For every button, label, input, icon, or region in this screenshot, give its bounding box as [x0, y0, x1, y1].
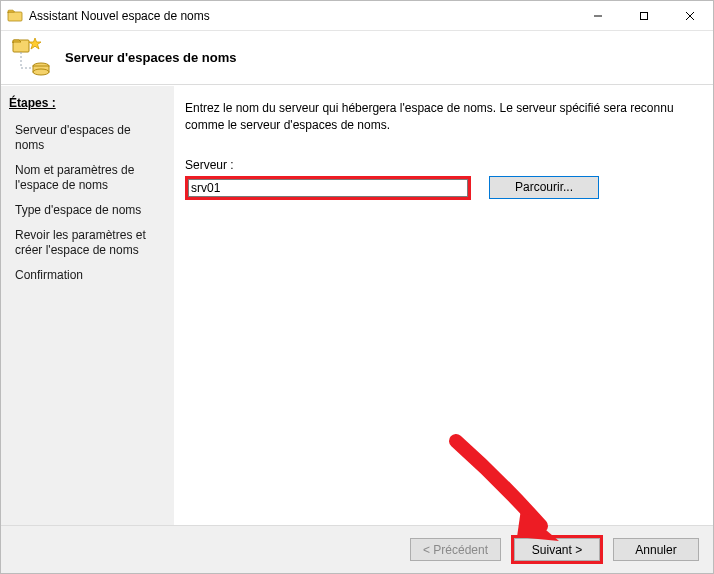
steps-list: Serveur d'espaces de noms Nom et paramèt…: [9, 118, 166, 288]
svg-rect-0: [8, 12, 22, 21]
window-controls: [575, 1, 713, 30]
server-input-highlight: [185, 176, 471, 200]
maximize-button[interactable]: [621, 1, 667, 30]
page-title: Serveur d'espaces de noms: [65, 50, 236, 65]
server-input[interactable]: [188, 179, 468, 197]
wizard-footer: < Précédent Suivant > Annuler: [1, 525, 713, 573]
server-field-block: Serveur : Parcourir...: [185, 158, 693, 200]
step-name-settings[interactable]: Nom et paramètres de l'espace de noms: [9, 158, 166, 198]
app-folder-icon: [7, 8, 23, 24]
window-title: Assistant Nouvel espace de noms: [29, 9, 210, 23]
minimize-button[interactable]: [575, 1, 621, 30]
wizard-content: Entrez le nom du serveur qui hébergera l…: [175, 86, 713, 525]
next-button-highlight: Suivant >: [511, 535, 603, 564]
previous-button: < Précédent: [410, 538, 501, 561]
wizard-header: Serveur d'espaces de noms: [1, 31, 713, 85]
step-confirmation[interactable]: Confirmation: [9, 263, 166, 288]
wizard-body: Étapes : Serveur d'espaces de noms Nom e…: [1, 86, 713, 525]
browse-button[interactable]: Parcourir...: [489, 176, 599, 199]
steps-sidebar: Étapes : Serveur d'espaces de noms Nom e…: [1, 86, 175, 525]
wizard-namespace-icon: [11, 38, 51, 78]
steps-heading: Étapes :: [9, 96, 166, 114]
step-server[interactable]: Serveur d'espaces de noms: [9, 118, 166, 158]
step-review-create[interactable]: Revoir les paramètres et créer l'espace …: [9, 223, 166, 263]
svg-rect-2: [641, 12, 648, 19]
close-button[interactable]: [667, 1, 713, 30]
cancel-button[interactable]: Annuler: [613, 538, 699, 561]
server-label: Serveur :: [185, 158, 693, 172]
svg-point-10: [33, 69, 49, 75]
next-button[interactable]: Suivant >: [514, 538, 600, 561]
step-type[interactable]: Type d'espace de noms: [9, 198, 166, 223]
title-bar: Assistant Nouvel espace de noms: [1, 1, 713, 31]
instruction-text: Entrez le nom du serveur qui hébergera l…: [185, 100, 685, 134]
